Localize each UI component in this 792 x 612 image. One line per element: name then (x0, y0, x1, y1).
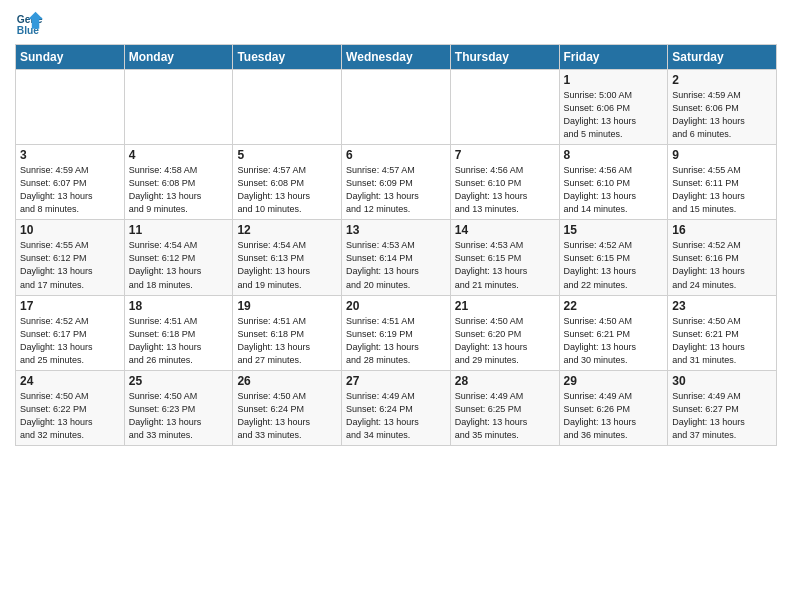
day-number: 13 (346, 223, 446, 237)
day-info: Sunrise: 4:51 AM Sunset: 6:18 PM Dayligh… (129, 315, 229, 367)
day-number: 12 (237, 223, 337, 237)
day-info: Sunrise: 4:57 AM Sunset: 6:09 PM Dayligh… (346, 164, 446, 216)
day-cell: 11Sunrise: 4:54 AM Sunset: 6:12 PM Dayli… (124, 220, 233, 295)
day-cell: 14Sunrise: 4:53 AM Sunset: 6:15 PM Dayli… (450, 220, 559, 295)
day-info: Sunrise: 4:49 AM Sunset: 6:27 PM Dayligh… (672, 390, 772, 442)
day-info: Sunrise: 4:56 AM Sunset: 6:10 PM Dayligh… (564, 164, 664, 216)
day-info: Sunrise: 4:49 AM Sunset: 6:24 PM Dayligh… (346, 390, 446, 442)
day-number: 22 (564, 299, 664, 313)
column-header-sunday: Sunday (16, 45, 125, 70)
column-header-friday: Friday (559, 45, 668, 70)
week-row-3: 10Sunrise: 4:55 AM Sunset: 6:12 PM Dayli… (16, 220, 777, 295)
day-info: Sunrise: 4:58 AM Sunset: 6:08 PM Dayligh… (129, 164, 229, 216)
day-cell: 15Sunrise: 4:52 AM Sunset: 6:15 PM Dayli… (559, 220, 668, 295)
day-cell: 29Sunrise: 4:49 AM Sunset: 6:26 PM Dayli… (559, 370, 668, 445)
day-info: Sunrise: 4:50 AM Sunset: 6:22 PM Dayligh… (20, 390, 120, 442)
day-info: Sunrise: 4:50 AM Sunset: 6:24 PM Dayligh… (237, 390, 337, 442)
week-row-5: 24Sunrise: 4:50 AM Sunset: 6:22 PM Dayli… (16, 370, 777, 445)
day-cell: 4Sunrise: 4:58 AM Sunset: 6:08 PM Daylig… (124, 145, 233, 220)
day-cell (124, 70, 233, 145)
day-cell: 3Sunrise: 4:59 AM Sunset: 6:07 PM Daylig… (16, 145, 125, 220)
day-cell: 23Sunrise: 4:50 AM Sunset: 6:21 PM Dayli… (668, 295, 777, 370)
day-info: Sunrise: 4:49 AM Sunset: 6:25 PM Dayligh… (455, 390, 555, 442)
day-number: 27 (346, 374, 446, 388)
day-cell: 8Sunrise: 4:56 AM Sunset: 6:10 PM Daylig… (559, 145, 668, 220)
day-cell: 1Sunrise: 5:00 AM Sunset: 6:06 PM Daylig… (559, 70, 668, 145)
header-row: SundayMondayTuesdayWednesdayThursdayFrid… (16, 45, 777, 70)
day-cell: 30Sunrise: 4:49 AM Sunset: 6:27 PM Dayli… (668, 370, 777, 445)
day-cell (450, 70, 559, 145)
day-info: Sunrise: 4:54 AM Sunset: 6:13 PM Dayligh… (237, 239, 337, 291)
day-info: Sunrise: 4:55 AM Sunset: 6:11 PM Dayligh… (672, 164, 772, 216)
day-info: Sunrise: 4:57 AM Sunset: 6:08 PM Dayligh… (237, 164, 337, 216)
day-cell (342, 70, 451, 145)
day-number: 1 (564, 73, 664, 87)
day-cell: 18Sunrise: 4:51 AM Sunset: 6:18 PM Dayli… (124, 295, 233, 370)
day-number: 24 (20, 374, 120, 388)
day-cell (233, 70, 342, 145)
day-info: Sunrise: 4:55 AM Sunset: 6:12 PM Dayligh… (20, 239, 120, 291)
page-header: General Blue (15, 10, 777, 38)
day-info: Sunrise: 4:50 AM Sunset: 6:23 PM Dayligh… (129, 390, 229, 442)
day-cell: 22Sunrise: 4:50 AM Sunset: 6:21 PM Dayli… (559, 295, 668, 370)
day-info: Sunrise: 4:50 AM Sunset: 6:21 PM Dayligh… (564, 315, 664, 367)
day-info: Sunrise: 4:52 AM Sunset: 6:17 PM Dayligh… (20, 315, 120, 367)
day-number: 23 (672, 299, 772, 313)
day-info: Sunrise: 4:50 AM Sunset: 6:21 PM Dayligh… (672, 315, 772, 367)
column-header-tuesday: Tuesday (233, 45, 342, 70)
day-info: Sunrise: 4:59 AM Sunset: 6:07 PM Dayligh… (20, 164, 120, 216)
day-cell: 17Sunrise: 4:52 AM Sunset: 6:17 PM Dayli… (16, 295, 125, 370)
day-cell: 9Sunrise: 4:55 AM Sunset: 6:11 PM Daylig… (668, 145, 777, 220)
column-header-thursday: Thursday (450, 45, 559, 70)
day-number: 18 (129, 299, 229, 313)
day-cell: 7Sunrise: 4:56 AM Sunset: 6:10 PM Daylig… (450, 145, 559, 220)
day-cell (16, 70, 125, 145)
day-cell: 5Sunrise: 4:57 AM Sunset: 6:08 PM Daylig… (233, 145, 342, 220)
day-number: 4 (129, 148, 229, 162)
day-info: Sunrise: 4:53 AM Sunset: 6:14 PM Dayligh… (346, 239, 446, 291)
day-info: Sunrise: 4:52 AM Sunset: 6:16 PM Dayligh… (672, 239, 772, 291)
day-cell: 24Sunrise: 4:50 AM Sunset: 6:22 PM Dayli… (16, 370, 125, 445)
day-cell: 13Sunrise: 4:53 AM Sunset: 6:14 PM Dayli… (342, 220, 451, 295)
day-number: 17 (20, 299, 120, 313)
day-number: 8 (564, 148, 664, 162)
day-cell: 16Sunrise: 4:52 AM Sunset: 6:16 PM Dayli… (668, 220, 777, 295)
week-row-2: 3Sunrise: 4:59 AM Sunset: 6:07 PM Daylig… (16, 145, 777, 220)
day-cell: 28Sunrise: 4:49 AM Sunset: 6:25 PM Dayli… (450, 370, 559, 445)
day-number: 28 (455, 374, 555, 388)
day-cell: 27Sunrise: 4:49 AM Sunset: 6:24 PM Dayli… (342, 370, 451, 445)
day-number: 21 (455, 299, 555, 313)
day-number: 14 (455, 223, 555, 237)
day-cell: 6Sunrise: 4:57 AM Sunset: 6:09 PM Daylig… (342, 145, 451, 220)
day-number: 7 (455, 148, 555, 162)
day-cell: 12Sunrise: 4:54 AM Sunset: 6:13 PM Dayli… (233, 220, 342, 295)
day-number: 25 (129, 374, 229, 388)
day-info: Sunrise: 4:59 AM Sunset: 6:06 PM Dayligh… (672, 89, 772, 141)
day-info: Sunrise: 4:56 AM Sunset: 6:10 PM Dayligh… (455, 164, 555, 216)
day-cell: 21Sunrise: 4:50 AM Sunset: 6:20 PM Dayli… (450, 295, 559, 370)
week-row-1: 1Sunrise: 5:00 AM Sunset: 6:06 PM Daylig… (16, 70, 777, 145)
day-info: Sunrise: 4:49 AM Sunset: 6:26 PM Dayligh… (564, 390, 664, 442)
day-cell: 19Sunrise: 4:51 AM Sunset: 6:18 PM Dayli… (233, 295, 342, 370)
day-info: Sunrise: 5:00 AM Sunset: 6:06 PM Dayligh… (564, 89, 664, 141)
day-number: 29 (564, 374, 664, 388)
calendar-table: SundayMondayTuesdayWednesdayThursdayFrid… (15, 44, 777, 446)
day-number: 3 (20, 148, 120, 162)
day-number: 30 (672, 374, 772, 388)
day-number: 10 (20, 223, 120, 237)
day-number: 19 (237, 299, 337, 313)
day-info: Sunrise: 4:53 AM Sunset: 6:15 PM Dayligh… (455, 239, 555, 291)
day-cell: 10Sunrise: 4:55 AM Sunset: 6:12 PM Dayli… (16, 220, 125, 295)
day-info: Sunrise: 4:52 AM Sunset: 6:15 PM Dayligh… (564, 239, 664, 291)
day-info: Sunrise: 4:51 AM Sunset: 6:18 PM Dayligh… (237, 315, 337, 367)
day-cell: 26Sunrise: 4:50 AM Sunset: 6:24 PM Dayli… (233, 370, 342, 445)
day-info: Sunrise: 4:54 AM Sunset: 6:12 PM Dayligh… (129, 239, 229, 291)
day-number: 11 (129, 223, 229, 237)
day-cell: 20Sunrise: 4:51 AM Sunset: 6:19 PM Dayli… (342, 295, 451, 370)
logo: General Blue (15, 10, 47, 38)
day-cell: 25Sunrise: 4:50 AM Sunset: 6:23 PM Dayli… (124, 370, 233, 445)
day-cell: 2Sunrise: 4:59 AM Sunset: 6:06 PM Daylig… (668, 70, 777, 145)
day-number: 2 (672, 73, 772, 87)
day-number: 5 (237, 148, 337, 162)
week-row-4: 17Sunrise: 4:52 AM Sunset: 6:17 PM Dayli… (16, 295, 777, 370)
